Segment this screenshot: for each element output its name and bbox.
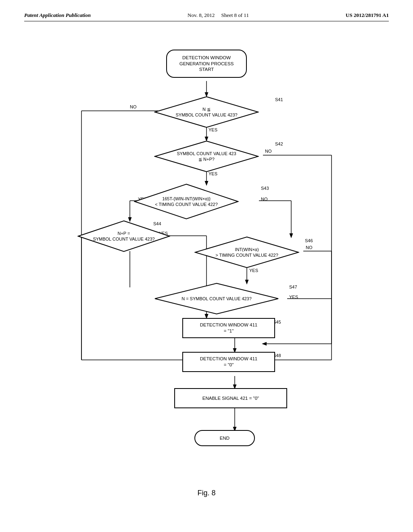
- start-label: DETECTION WINDOWGENERATION PROCESSSTART: [179, 55, 234, 73]
- no-s42: NO: [265, 149, 272, 154]
- flowchart: DETECTION WINDOWGENERATION PROCESSSTART …: [49, 37, 364, 481]
- s44-diamond: N+P =SYMBOL COUNT VALUE 423?: [77, 220, 170, 252]
- step-s41: S41: [275, 97, 283, 102]
- header-center: Nov. 8, 2012 Sheet 8 of 11: [188, 12, 249, 19]
- header-sheet: Sheet 8 of 11: [221, 12, 248, 18]
- s45-rect: DETECTION WINDOW 411= "1": [182, 318, 275, 338]
- step-s42: S42: [275, 141, 283, 146]
- no-s41: NO: [130, 104, 137, 109]
- page: Patent Application Publication Nov. 8, 2…: [0, 0, 413, 532]
- s48-rect: DETECTION WINDOW 411= "0": [182, 352, 275, 372]
- s41-diamond: N ≦SYMBOL COUNT VALUE 423?: [154, 96, 259, 128]
- s46-diamond: INT(WIN×α)> TIMING COUNT VALUE 422?: [194, 236, 299, 268]
- step-s47: S47: [289, 285, 297, 289]
- no-s46: NO: [306, 245, 313, 250]
- step-s43: S43: [261, 186, 269, 191]
- header-left: Patent Application Publication: [24, 12, 91, 19]
- s47-diamond: N = SYMBOL COUNT VALUE 423?: [154, 283, 279, 315]
- yes-s46: YES: [249, 268, 258, 273]
- s49-label: ENABLE SIGNAL 421 = "0": [202, 395, 259, 401]
- s46-text: INT(WIN×α)> TIMING COUNT VALUE 422?: [214, 245, 280, 260]
- yes-s47: YES: [289, 295, 298, 299]
- s48-label: DETECTION WINDOW 411= "0": [200, 356, 257, 368]
- s43-text: 165T-{WIN-INT(WIN×α)}< TIMING COUNT VALU…: [153, 194, 219, 209]
- header-date: Nov. 8, 2012: [188, 12, 215, 18]
- no-s43: NO: [261, 197, 268, 202]
- page-header: Patent Application Publication Nov. 8, 2…: [24, 12, 389, 21]
- figure-caption: Fig. 8: [24, 489, 389, 497]
- end-node: END: [194, 430, 255, 446]
- s45-label: DETECTION WINDOW 411= "1": [200, 322, 257, 334]
- s43-diamond: 165T-{WIN-INT(WIN×α)}< TIMING COUNT VALU…: [134, 183, 239, 220]
- s49-rect: ENABLE SIGNAL 421 = "0": [174, 388, 287, 408]
- s41-text: N ≦SYMBOL COUNT VALUE 423?: [174, 105, 239, 120]
- s47-text: N = SYMBOL COUNT VALUE 423?: [180, 294, 253, 303]
- start-node: DETECTION WINDOWGENERATION PROCESSSTART: [166, 50, 247, 78]
- end-label: END: [220, 435, 229, 441]
- s42-diamond: SYMBOL COUNT VALUE 423≦ N+P?: [154, 140, 259, 172]
- s44-text: N+P =SYMBOL COUNT VALUE 423?: [91, 229, 156, 244]
- s42-text: SYMBOL COUNT VALUE 423≦ N+P?: [175, 149, 238, 164]
- header-right: US 2012/281791 A1: [346, 12, 389, 19]
- step-s46: S46: [305, 238, 313, 243]
